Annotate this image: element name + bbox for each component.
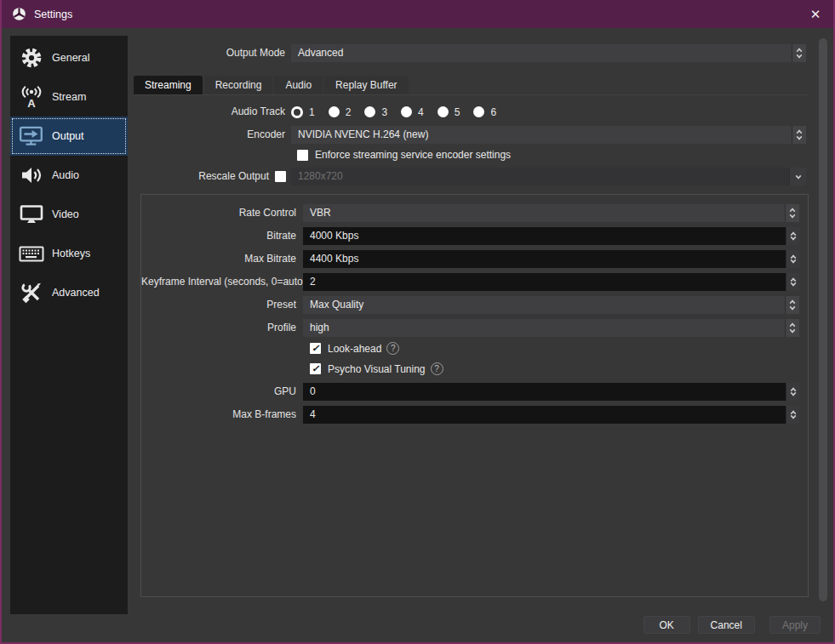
keyframe-interval-row: Keyframe Interval (seconds, 0=auto) 2: [141, 273, 799, 291]
chevron-down-icon: [790, 213, 796, 219]
combo-spinner-icon[interactable]: [785, 204, 799, 222]
encoder-row: Encoder NVIDIA NVENC H.264 (new): [134, 126, 806, 144]
rate-control-row: Rate Control VBR: [141, 204, 799, 222]
spinbox-arrows-icon[interactable]: [786, 250, 799, 268]
sidebar-item-label: Hotkeys: [52, 248, 90, 259]
tab-label: Recording: [215, 79, 262, 91]
max-bitrate-row: Max Bitrate 4400 Kbps: [141, 250, 799, 268]
keyframe-interval-input[interactable]: 2: [303, 273, 799, 291]
combo-spinner-icon[interactable]: [785, 296, 799, 314]
combo-spinner-icon[interactable]: [792, 44, 806, 62]
tab-recording[interactable]: Recording: [204, 76, 273, 94]
radio-checked-icon: [291, 106, 303, 118]
encoder-select[interactable]: NVIDIA NVENC H.264 (new): [291, 126, 806, 144]
enforce-checkbox[interactable]: Enforce streaming service encoder settin…: [297, 149, 511, 161]
streaming-pane: Audio Track 1 2 3 4 5 6 Encoder NVIDIA N…: [134, 103, 806, 191]
sidebar-item-advanced[interactable]: Advanced: [10, 273, 128, 312]
settings-sidebar: General A Stream Output: [10, 36, 128, 614]
preset-label: Preset: [141, 296, 303, 314]
radio-icon: [438, 106, 449, 117]
radio-icon: [473, 106, 484, 117]
checkbox-checked-icon: ✓: [310, 343, 321, 354]
spinbox-arrows-icon[interactable]: [786, 406, 799, 424]
chevron-down-icon: [790, 390, 796, 396]
spinbox-arrows-icon[interactable]: [786, 227, 799, 245]
chevron-down-icon: [790, 305, 796, 311]
combo-dropdown-icon[interactable]: [789, 168, 806, 185]
spinbox-arrows-icon[interactable]: [786, 273, 799, 291]
psycho-visual-tuning-checkbox[interactable]: ✓ Psycho Visual Tuning ?: [310, 362, 799, 375]
speaker-icon: [18, 165, 45, 185]
encoder-value: NVIDIA NVENC H.264 (new): [298, 128, 428, 140]
spinbox-arrows-icon[interactable]: [786, 383, 799, 401]
radio-track-1[interactable]: 1: [291, 106, 315, 118]
encoder-label: Encoder: [134, 126, 291, 144]
cancel-button[interactable]: Cancel: [698, 616, 755, 634]
close-icon: ✕: [810, 7, 821, 22]
preset-select[interactable]: Max Quality: [303, 296, 799, 314]
profile-value: high: [310, 322, 329, 333]
sidebar-item-label: Video: [52, 208, 79, 220]
obs-logo-icon: [12, 7, 26, 21]
output-monitor-icon: [18, 125, 45, 147]
chevron-down-icon: [797, 134, 803, 140]
tab-audio[interactable]: Audio: [274, 76, 323, 94]
ok-button[interactable]: OK: [643, 616, 690, 634]
radio-track-6[interactable]: 6: [473, 106, 496, 118]
profile-select[interactable]: high: [303, 319, 799, 337]
sidebar-item-audio[interactable]: Audio: [10, 156, 128, 195]
tools-icon: [18, 282, 45, 304]
max-bitrate-label: Max Bitrate: [141, 250, 303, 268]
sidebar-item-output[interactable]: Output: [10, 117, 128, 156]
look-ahead-checkbox[interactable]: ✓ Look-ahead ?: [310, 342, 799, 355]
rescale-row: Rescale Output 1280x720: [134, 168, 806, 185]
look-ahead-row: ✓ Look-ahead ?: [310, 342, 799, 355]
radio-label: 3: [381, 106, 387, 118]
tab-replay-buffer[interactable]: Replay Buffer: [324, 76, 409, 94]
audio-track-radios: 1 2 3 4 5 6: [291, 106, 510, 118]
rescale-checkbox[interactable]: [275, 171, 286, 182]
radio-track-2[interactable]: 2: [329, 106, 352, 118]
gear-icon: [18, 46, 45, 70]
radio-track-5[interactable]: 5: [438, 106, 460, 118]
chevron-down-icon: [790, 328, 796, 333]
bitrate-input[interactable]: 4000 Kbps: [303, 227, 799, 245]
combo-spinner-icon[interactable]: [792, 126, 806, 144]
help-icon[interactable]: ?: [431, 362, 443, 375]
radio-label: 4: [418, 106, 424, 118]
sidebar-item-label: Advanced: [52, 287, 100, 299]
tab-label: Streaming: [145, 79, 192, 91]
rate-control-value: VBR: [310, 207, 331, 219]
audio-track-row: Audio Track 1 2 3 4 5 6: [134, 103, 806, 121]
radio-icon: [329, 106, 340, 117]
sidebar-item-stream[interactable]: A Stream: [10, 77, 128, 117]
max-bframes-input[interactable]: 4: [303, 406, 799, 424]
sidebar-item-video[interactable]: Video: [10, 195, 128, 234]
radio-track-4[interactable]: 4: [401, 106, 424, 118]
gpu-input[interactable]: 0: [303, 383, 799, 401]
max-bframes-value: 4: [310, 408, 316, 420]
help-icon[interactable]: ?: [386, 342, 399, 355]
rescale-label: Rescale Output: [134, 168, 275, 185]
rescale-select[interactable]: 1280x720: [291, 168, 806, 185]
bitrate-row: Bitrate 4000 Kbps: [141, 227, 799, 245]
radio-track-3[interactable]: 3: [364, 106, 387, 118]
close-button[interactable]: ✕: [799, 0, 832, 28]
rate-control-select[interactable]: VBR: [303, 204, 799, 222]
sidebar-item-hotkeys[interactable]: Hotkeys: [10, 234, 128, 273]
chevron-down-icon: [790, 258, 796, 264]
scrollbar-thumb[interactable]: [819, 38, 827, 601]
window-title: Settings: [34, 9, 72, 20]
checkbox-checked-icon: ✓: [310, 363, 321, 374]
max-bitrate-input[interactable]: 4400 Kbps: [303, 250, 799, 268]
sidebar-item-general[interactable]: General: [10, 38, 128, 77]
sidebar-item-label: Output: [52, 130, 84, 142]
output-mode-select[interactable]: Advanced: [291, 44, 806, 62]
apply-button[interactable]: Apply: [769, 616, 821, 634]
tab-streaming[interactable]: Streaming: [134, 76, 203, 94]
preset-value: Max Quality: [310, 299, 363, 311]
max-bframes-label: Max B-frames: [141, 406, 303, 424]
combo-spinner-icon[interactable]: [785, 319, 799, 337]
dialog-footer: OK Cancel Apply: [643, 616, 821, 634]
chevron-down-icon: [790, 235, 796, 241]
